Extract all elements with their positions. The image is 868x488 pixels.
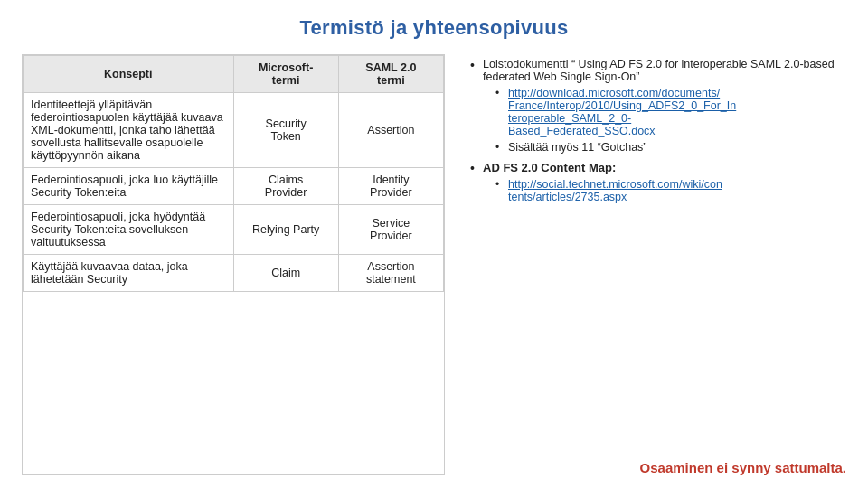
footer-slogan: Osaaminen ei synny sattumalta. bbox=[459, 460, 846, 475]
table-row: Federointiosapuoli, joka luo käyttäjille… bbox=[24, 168, 444, 205]
sub-bullet-list: http://download.microsoft.com/documents/… bbox=[483, 87, 839, 154]
col-header-ms: Microsoft- termi bbox=[233, 56, 338, 93]
right-panel-wrapper: Loistodokumentti “ Using AD FS 2.0 for i… bbox=[459, 54, 846, 475]
table-row: Käyttäjää kuvaavaa dataa, joka lähetetää… bbox=[24, 255, 444, 292]
saml-term-cell: Service Provider bbox=[338, 205, 443, 255]
saml-term-cell: Assertion bbox=[338, 93, 443, 168]
saml-term-cell: Identity Provider bbox=[338, 168, 443, 205]
right-panel: Loistodokumentti “ Using AD FS 2.0 for i… bbox=[459, 54, 846, 455]
concept-cell: Käyttäjää kuvaavaa dataa, joka lähetetää… bbox=[24, 255, 234, 292]
ms-term-cell: Relying Party bbox=[233, 205, 338, 255]
saml-term-cell: Assertion statement bbox=[338, 255, 443, 292]
ms-term-cell: Claims Provider bbox=[233, 168, 338, 205]
ms-term-cell: Claim bbox=[233, 255, 338, 292]
link-text[interactable]: http://social.technet.microsoft.com/wiki… bbox=[508, 178, 722, 203]
content-area: Konsepti Microsoft- termi SAML 2.0 termi… bbox=[22, 54, 846, 475]
bullet-list: Loistodokumentti “ Using AD FS 2.0 for i… bbox=[467, 58, 839, 203]
concept-cell: Federointiosapuoli, joka luo käyttäjille… bbox=[24, 168, 234, 205]
table-row: Identiteettejä ylläpitävän federointiosa… bbox=[24, 93, 444, 168]
table-panel: Konsepti Microsoft- termi SAML 2.0 termi… bbox=[22, 54, 445, 475]
col-header-saml: SAML 2.0 termi bbox=[338, 56, 443, 93]
sub-bullet-item: Sisältää myös 11 “Gotchas” bbox=[495, 141, 839, 154]
col-header-concept: Konsepti bbox=[24, 56, 234, 93]
concept-cell: Identiteettejä ylläpitävän federointiosa… bbox=[24, 93, 234, 168]
page: Termistö ja yhteensopivuus Konsepti Micr… bbox=[0, 0, 868, 488]
link-text[interactable]: http://download.microsoft.com/documents/… bbox=[508, 87, 736, 137]
sub-bullet-list: http://social.technet.microsoft.com/wiki… bbox=[483, 178, 839, 203]
bullet-item: AD FS 2.0 Content Map:http://social.tech… bbox=[467, 161, 839, 203]
bullet-main-bold-text: AD FS 2.0 Content Map: bbox=[483, 161, 616, 174]
sub-bullet-item: http://download.microsoft.com/documents/… bbox=[495, 87, 839, 137]
bullet-item: Loistodokumentti “ Using AD FS 2.0 for i… bbox=[467, 58, 839, 154]
bullet-main-text: Loistodokumentti “ Using AD FS 2.0 for i… bbox=[483, 58, 835, 83]
concept-cell: Federointiosapuoli, joka hyödyntää Secur… bbox=[24, 205, 234, 255]
ms-term-cell: Security Token bbox=[233, 93, 338, 168]
page-title: Termistö ja yhteensopivuus bbox=[22, 16, 846, 40]
sub-bullet-item: http://social.technet.microsoft.com/wiki… bbox=[495, 178, 839, 203]
table-row: Federointiosapuoli, joka hyödyntää Secur… bbox=[24, 205, 444, 255]
terminology-table: Konsepti Microsoft- termi SAML 2.0 termi… bbox=[23, 55, 444, 292]
